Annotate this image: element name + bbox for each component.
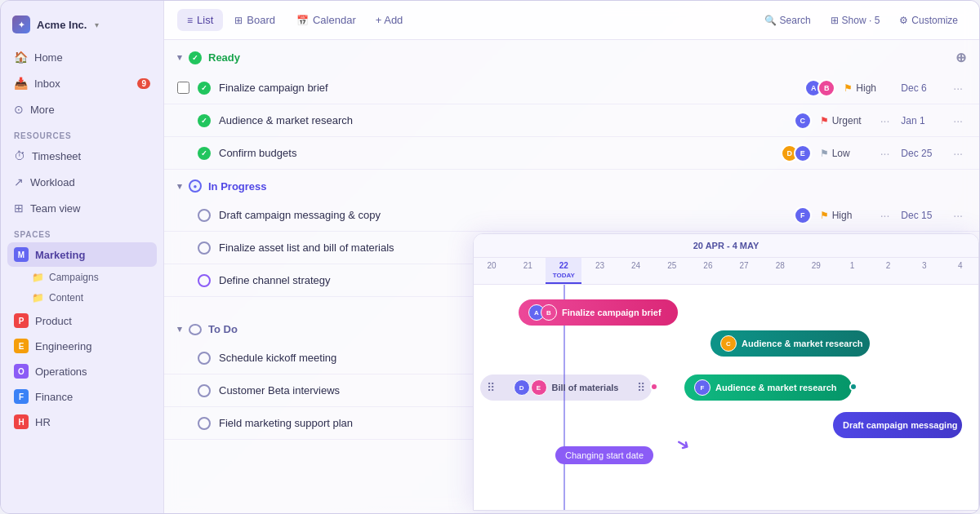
tab-calendar[interactable]: 📅 Calendar: [287, 9, 366, 31]
task-circle-icon[interactable]: [198, 274, 211, 287]
sidebar-item-home[interactable]: 🏠 Home: [7, 45, 157, 69]
product-space-icon: P: [14, 313, 29, 328]
gantt-title: 20 APR - 4 MAY: [474, 234, 978, 258]
sidebar-item-campaigns[interactable]: 📁 Campaigns: [7, 268, 157, 287]
sidebar-item-operations[interactable]: O Operations: [7, 359, 157, 383]
task-date: Dec 15: [901, 210, 942, 221]
ready-status-icon: [189, 51, 202, 64]
gantt-bar-audience-research-top[interactable]: C Audience & market research: [710, 330, 870, 357]
task-select-checkbox[interactable]: [177, 82, 189, 94]
tooltip-text: Changing start date: [565, 450, 644, 460]
task-row[interactable]: Finalize campaign brief A B ⚑ High Dec 6…: [164, 72, 979, 104]
marketing-space-icon: M: [14, 247, 29, 262]
workspace-switcher[interactable]: ✦ Acme Inc. ▾: [1, 11, 163, 45]
search-icon: 🔍: [764, 15, 777, 26]
task-priority: ⚑ Urgent: [820, 115, 869, 126]
section-add-ready[interactable]: ⊕: [956, 50, 966, 65]
section-title-todo: To Do: [208, 323, 238, 335]
avatar: E: [531, 379, 547, 396]
gantt-bar-bill-materials-handle[interactable]: ⠿ D E Bill of materials ⠿: [480, 374, 652, 401]
task-circle-icon[interactable]: [198, 384, 211, 397]
sidebar-item-finance[interactable]: F Finance: [7, 384, 157, 409]
toggle-todo[interactable]: ▾: [177, 324, 182, 335]
finance-space-icon: F: [14, 389, 29, 404]
sidebar-item-more[interactable]: ⊙ More: [7, 97, 157, 122]
bar-label: Audience & market research: [715, 383, 837, 392]
task-more-button[interactable]: ···: [950, 80, 966, 96]
avatar: B: [541, 304, 557, 321]
tab-label: Board: [247, 14, 275, 26]
priority-flag-icon: ⚑: [820, 210, 829, 221]
priority-flag-icon: ⚑: [844, 82, 853, 94]
sidebar-item-timesheet[interactable]: ⏱ Timesheet: [7, 144, 157, 168]
sidebar-item-inbox[interactable]: 📥 Inbox 9: [7, 71, 157, 95]
task-circle-icon[interactable]: [198, 352, 211, 365]
priority-label: High: [832, 210, 853, 221]
space-label: Marketing: [35, 249, 85, 261]
task-circle-icon[interactable]: [198, 417, 211, 430]
add-label: + Add: [376, 14, 403, 26]
task-name: Confirm budgets: [219, 147, 773, 159]
task-more-button[interactable]: ···: [877, 145, 893, 162]
tab-board[interactable]: ⊞ Board: [225, 9, 285, 31]
task-avatars: F: [794, 206, 812, 224]
show-label: Show · 5: [842, 15, 880, 26]
sidebar-item-content[interactable]: 📁 Content: [7, 288, 157, 308]
task-more-button[interactable]: ···: [950, 207, 966, 224]
toggle-ready[interactable]: ▾: [177, 52, 182, 63]
task-circle-icon[interactable]: [198, 209, 211, 222]
gantt-bar-campaign-brief[interactable]: A B Finalize campaign brief: [519, 299, 678, 326]
task-more-button[interactable]: ···: [877, 113, 893, 129]
teamview-icon: ⊞: [14, 202, 24, 215]
priority-label: High: [856, 82, 876, 94]
priority-flag-icon: ⚑: [820, 115, 829, 126]
resources-nav: ⏱ Timesheet ↗ Workload ⊞ Team view: [1, 144, 163, 220]
section-title-inprogress: In Progress: [208, 180, 267, 193]
task-done-icon[interactable]: [198, 147, 211, 160]
bar-avatars: C: [720, 335, 737, 352]
avatar: F: [794, 206, 812, 224]
section-title-ready: Ready: [208, 51, 240, 64]
gantt-bar-audience-research-mid[interactable]: F Audience & market research: [684, 374, 852, 401]
customize-button[interactable]: ⚙ Customize: [891, 11, 966, 30]
gantt-date: 21: [510, 258, 546, 284]
task-row[interactable]: Audience & market research C ⚑ Urgent ··…: [164, 104, 979, 137]
workload-icon: ↗: [14, 175, 24, 188]
sub-item-label: Campaigns: [49, 272, 99, 283]
timesheet-icon: ⏱: [14, 149, 25, 162]
main-content: ≡ List ⊞ Board 📅 Calendar + Add 🔍: [164, 1, 979, 513]
sidebar-item-teamview[interactable]: ⊞ Team view: [7, 196, 157, 220]
sidebar-item-label: Timesheet: [32, 150, 81, 162]
task-date: Dec 6: [901, 82, 942, 94]
toggle-inprogress[interactable]: ▾: [177, 181, 182, 192]
add-button[interactable]: + Add: [368, 9, 412, 31]
customize-icon: ⚙: [899, 15, 908, 26]
tab-list[interactable]: ≡ List: [177, 9, 223, 31]
bar-avatars: A B: [528, 304, 557, 321]
avatar: D: [514, 379, 530, 396]
sidebar-item-workload[interactable]: ↗ Workload: [7, 170, 157, 194]
show-button[interactable]: ⊞ Show · 5: [822, 11, 889, 30]
bar-label: Draft campaign messaging: [843, 420, 958, 430]
avatar: C: [794, 112, 812, 130]
gantt-bar-draft-campaign[interactable]: Draft campaign messaging: [833, 412, 962, 438]
sidebar-item-label: Workload: [30, 176, 75, 188]
sidebar-item-hr[interactable]: H HR: [7, 410, 157, 434]
sidebar-item-label: Home: [34, 51, 63, 64]
task-more-button[interactable]: ···: [950, 113, 966, 129]
task-row[interactable]: Draft campaign messaging & copy F ⚑ High…: [164, 199, 979, 232]
task-more-button[interactable]: ···: [950, 145, 966, 162]
sidebar-item-marketing[interactable]: M Marketing: [7, 242, 157, 267]
task-circle-icon[interactable]: [198, 241, 211, 255]
task-done-icon[interactable]: [198, 82, 211, 95]
sidebar-item-product[interactable]: P Product: [7, 308, 157, 333]
folder-icon: 📁: [32, 272, 44, 283]
task-more-button[interactable]: ···: [877, 207, 893, 224]
task-done-icon[interactable]: [198, 114, 211, 127]
search-button[interactable]: 🔍 Search: [756, 11, 819, 30]
task-row[interactable]: Confirm budgets D E ⚑ Low ··· Dec 25 ···: [164, 137, 979, 170]
task-name: Finalize campaign brief: [219, 82, 796, 94]
task-priority: ⚑ Low: [820, 148, 869, 159]
sidebar-item-engineering[interactable]: E Engineering: [7, 334, 157, 358]
tab-label: List: [197, 14, 213, 26]
